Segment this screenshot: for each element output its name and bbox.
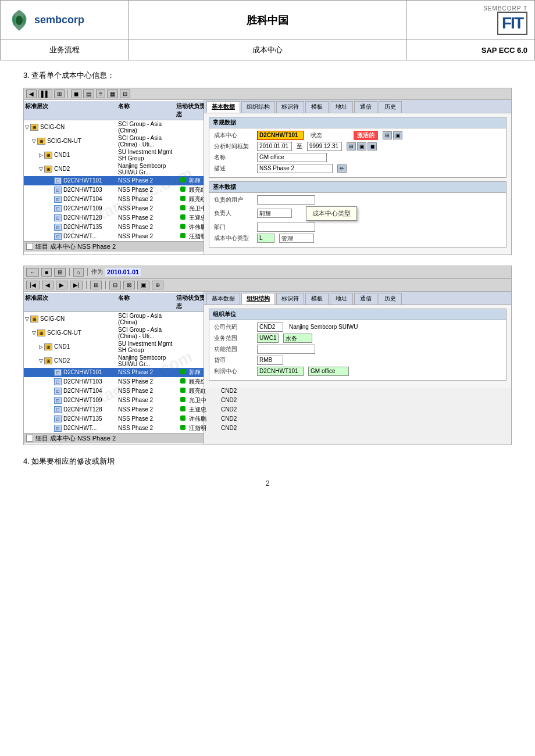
nav-stop[interactable]: ■ xyxy=(41,268,52,277)
analysis-from[interactable]: 2010.01.01 xyxy=(257,142,292,151)
desc-icon[interactable]: ✏ xyxy=(337,164,347,173)
tab-item[interactable]: 组织结构 xyxy=(241,293,275,304)
nav2-a[interactable]: ⊟ xyxy=(109,281,121,289)
tree-list-item[interactable]: ⊡D2CNHWT103NSS Phase 2顾亮红CND2 xyxy=(24,377,204,386)
status-icon2[interactable]: ▣ xyxy=(393,131,402,139)
collapse-icon[interactable]: ▽ xyxy=(32,138,36,144)
tree-list-item[interactable]: ⊡D2CNHWT101NSS Phase 2郭輝CND2 xyxy=(24,368,204,377)
tree-list-item[interactable]: ▽⊞SCIG-CN-UTSCI Group - Asia (China) - U… xyxy=(24,326,204,340)
name-value[interactable]: GM office xyxy=(257,153,327,162)
resp-value[interactable]: 郭輝 xyxy=(257,209,292,218)
nav-back[interactable]: ← xyxy=(26,268,39,277)
tab-item[interactable]: 模板 xyxy=(305,293,329,304)
cc-label: 成本中心 xyxy=(214,131,255,139)
nav2-next[interactable]: ▶ xyxy=(56,281,67,289)
tab-item[interactable]: 基本数据 xyxy=(206,293,240,304)
tree-list-item[interactable]: ⊡D2CNHWT...NSS Phase 2汪指明CND2 xyxy=(24,232,204,241)
collapse-icon[interactable]: ▽ xyxy=(39,358,43,364)
tab-item[interactable]: 模板 xyxy=(305,101,329,113)
tree-list-item[interactable]: ▷⊞CND1SU Investment Mgmt SH Group xyxy=(24,148,204,162)
nav2-first[interactable]: |◀ xyxy=(26,281,40,289)
tree-active-dot xyxy=(176,388,189,394)
profit-center-value[interactable]: D2CNHWT101 xyxy=(257,367,304,376)
collapse-icon[interactable]: ▽ xyxy=(32,330,36,336)
resp-user-value[interactable] xyxy=(257,195,315,205)
tree-list-item[interactable]: ⊡D2CNHWT135NSS Phase 2许伟鹏CND2 xyxy=(24,414,204,424)
tb-btn-5[interactable]: ≡ xyxy=(96,89,105,98)
tree-list-item[interactable]: ▽⊞SCIG-CNSCI Group - Asia (China) xyxy=(24,312,204,326)
tab-item[interactable]: 地址 xyxy=(330,293,353,304)
tb-btn-4[interactable]: ▤ xyxy=(83,89,94,98)
tree-list-item[interactable]: ▽⊞CND2Nanjing Sembcorp SUIWU Gr... xyxy=(24,354,204,368)
logo-text: sembcorp xyxy=(34,14,84,26)
detail-panel-2: 基本数据组织结构标识符模板地址通信历史 组织单位 公司代码 CND2 Nanji… xyxy=(204,292,511,445)
expand-icon[interactable]: ▷ xyxy=(39,152,43,158)
tree-code: CND2 xyxy=(54,357,70,364)
tree-list-item[interactable]: ⊡D2CNHWT128NSS Phase 2王迎忠CND2 xyxy=(24,405,204,414)
analysis-icon2[interactable]: ▣ xyxy=(357,142,366,151)
tree-list-item[interactable]: ⊡D2CNHWT109NSS Phase 2光卫中CND2 xyxy=(24,204,204,213)
tab-item[interactable]: 标识符 xyxy=(276,101,304,113)
tree-list-item[interactable]: ▷⊞CND1SU Investment Mgmt SH Group xyxy=(24,340,204,354)
nav2-prev[interactable]: ◀ xyxy=(42,281,54,289)
tree2-col1: 标准层次 xyxy=(25,294,118,310)
tree-header-2: 标准层次 名称 活动状态 负责人 公司代码 xyxy=(24,293,204,312)
collapse-icon[interactable]: ▽ xyxy=(25,316,29,322)
main-content: 3. 查看单个成本中心信息： www.itangdoc.com ◀ ▌▌ ⊞ ◼… xyxy=(0,70,535,499)
tree-list-item[interactable]: ⊡D2CNHWT128NSS Phase 2王迎忠CND2 xyxy=(24,213,204,223)
tree-list-item[interactable]: ▽⊞CND2Nanjing Sembcorp SUIWU Gr... xyxy=(24,162,204,176)
analysis-icon3[interactable]: ◼ xyxy=(368,142,377,151)
company-code-value[interactable]: CND2 xyxy=(257,323,283,332)
tree-list-item[interactable]: ⊡D2CNHWT101NSS Phase 2郭輝CND2 xyxy=(24,176,204,185)
tree-code: D2CNHWT101 xyxy=(63,369,102,375)
tree-list-item[interactable]: ⊡D2CNHWT103NSS Phase 2顾亮红CND2 xyxy=(24,185,204,195)
tab-item[interactable]: 标识符 xyxy=(276,293,304,304)
tb-btn-grid[interactable]: ⊞ xyxy=(54,89,65,98)
tab-item[interactable]: 历史 xyxy=(379,101,402,113)
tab-item[interactable]: 地址 xyxy=(330,101,353,113)
dept-value[interactable] xyxy=(257,223,315,232)
nav2-grid[interactable]: ⊞ xyxy=(90,281,102,289)
tb-btn-1[interactable]: ◀ xyxy=(26,89,37,98)
currency-value[interactable]: RMB xyxy=(257,356,283,365)
collapse-icon[interactable]: ▽ xyxy=(39,166,43,172)
tree-list-item[interactable]: ⊡D2CNHWT109NSS Phase 2光卫中CND2 xyxy=(24,396,204,405)
svg-point-0 xyxy=(16,16,23,25)
cc-value[interactable]: D2CNHWT101 xyxy=(257,131,304,140)
tree-name: NSS Phase 2 xyxy=(118,224,176,230)
nav-refresh[interactable]: ⊞ xyxy=(54,268,66,277)
nav2-b[interactable]: ⊠ xyxy=(123,281,135,289)
tree-list-item[interactable]: ▽⊞SCIG-CN-UTSCI Group - Asia (China) - U… xyxy=(24,134,204,148)
nav2-c[interactable]: ▣ xyxy=(137,281,149,289)
tree-list-item[interactable]: ⊡D2CNHWT...NSS Phase 2汪指明CND2 xyxy=(24,424,204,433)
tree-list-item[interactable]: ⊡D2CNHWT104NSS Phase 2顾亮红CND2 xyxy=(24,386,204,396)
desc-value[interactable]: NSS Phase 2 xyxy=(257,164,333,173)
nav-home[interactable]: ⌂ xyxy=(73,268,84,277)
tree-code: D2CNHWT... xyxy=(63,425,97,431)
nav2-d[interactable]: ⊕ xyxy=(152,281,163,289)
tb-btn-7[interactable]: ⊟ xyxy=(120,89,130,98)
tree-list-item[interactable]: ⊡D2CNHWT135NSS Phase 2许伟鹏CND2 xyxy=(24,223,204,232)
brand-tagline: SEMBCORP T xyxy=(483,5,527,12)
tb-btn-2[interactable]: ▌▌ xyxy=(38,89,52,98)
func-area-value[interactable] xyxy=(257,345,315,354)
expand-icon[interactable]: ▷ xyxy=(39,344,43,350)
tb-btn-3[interactable]: ◼ xyxy=(71,89,81,98)
tree-list-item[interactable]: ▽⊞SCIG-CNSCI Group - Asia (China) xyxy=(24,120,204,134)
tab-item[interactable]: 组织结构 xyxy=(241,101,275,113)
tree-list-item[interactable]: ⊡D2CNHWT104NSS Phase 2顾亮红CND2 xyxy=(24,195,204,204)
analysis-icon1[interactable]: ⊞ xyxy=(347,142,356,151)
status-icon1[interactable]: ⊞ xyxy=(383,131,392,139)
collapse-icon[interactable]: ▽ xyxy=(25,124,29,130)
tab-item[interactable]: 通信 xyxy=(354,293,377,304)
tab-item[interactable]: 基本数据 xyxy=(206,101,240,113)
analysis-to-value[interactable]: 9999.12.31 xyxy=(307,142,342,151)
tb-btn-6[interactable]: ▦ xyxy=(107,89,118,98)
biz-area-value[interactable]: UWC1 xyxy=(257,334,279,343)
tab-item[interactable]: 历史 xyxy=(379,293,402,304)
tab-item[interactable]: 通信 xyxy=(354,101,377,113)
analysis-icons: ⊞ ▣ ◼ xyxy=(347,142,377,151)
nav2-last[interactable]: ▶| xyxy=(70,281,83,289)
cost-type-value[interactable]: L xyxy=(257,234,274,243)
form-row2-currency: 货币 RMB xyxy=(214,356,501,365)
